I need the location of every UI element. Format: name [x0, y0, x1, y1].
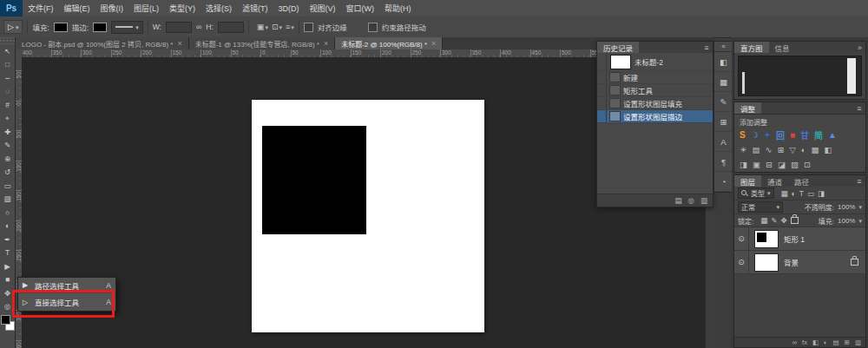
menu-image[interactable]: 图像(I) — [95, 0, 129, 16]
preset-icon-7[interactable]: 简 — [814, 128, 823, 141]
lock-pixels-icon[interactable]: ✎ — [771, 216, 777, 225]
tab-paths[interactable]: 路径 — [788, 175, 815, 187]
photo-filter-icon[interactable]: ◨ — [740, 160, 747, 169]
blur-tool[interactable]: ○ — [0, 206, 15, 220]
history-brush-source-cell[interactable] — [597, 84, 607, 96]
menu-view[interactable]: 视图(V) — [305, 0, 341, 16]
filter-kind-select[interactable]: 类型 — [738, 187, 774, 199]
history-state-set-fill[interactable]: 设置形状图层填充 — [597, 97, 713, 110]
document-canvas[interactable] — [252, 100, 484, 332]
quick-selection-tool[interactable]: ◌ — [0, 85, 15, 99]
link-dimensions-icon[interactable]: ∞ — [196, 23, 201, 31]
menu-help[interactable]: 帮助(H) — [379, 0, 417, 16]
layer-thumbnail[interactable] — [754, 230, 779, 248]
tab-info[interactable]: 信息 — [769, 42, 796, 53]
width-input[interactable] — [166, 22, 192, 33]
history-brush-source-cell[interactable] — [597, 53, 607, 70]
close-icon[interactable]: × — [431, 39, 436, 48]
menu-filter[interactable]: 滤镜(T) — [237, 0, 273, 16]
menu-3d[interactable]: 3D(D) — [273, 0, 305, 16]
panel-menu-icon[interactable] — [853, 175, 865, 187]
height-input[interactable] — [218, 22, 244, 33]
layer-thumbnail[interactable] — [754, 253, 779, 272]
filter-pixel-layers-icon[interactable]: ▦ — [781, 189, 788, 198]
preset-icon-2[interactable]: ☽ — [751, 130, 759, 140]
rectangle-tool[interactable]: ■ — [0, 273, 15, 287]
threshold-icon[interactable]: ⊡ — [804, 160, 811, 169]
lock-position-icon[interactable]: ✥ — [780, 216, 786, 225]
swatches-panel-icon[interactable]: ▦ — [714, 72, 733, 92]
levels-icon[interactable]: ▤ — [753, 145, 760, 154]
stroke-swatch[interactable] — [93, 23, 107, 32]
document-tab-2[interactable]: 未标题-1 @ 133%(佳能专营店, RGB/8) * × — [189, 37, 336, 49]
new-layer-icon[interactable]: ⊞ — [845, 338, 850, 346]
dodge-tool[interactable]: ◐ — [0, 220, 15, 233]
info-panel-icon[interactable]: ◔ — [714, 172, 733, 192]
filter-adjustment-layers-icon[interactable]: ◐ — [792, 189, 796, 198]
layer-group-icon[interactable]: ▤ — [833, 338, 839, 346]
gradient-tool[interactable]: ▨ — [0, 193, 15, 207]
clone-stamp-tool[interactable]: ⊕ — [0, 152, 15, 166]
history-state-rectangle-tool[interactable]: 矩形工具 — [597, 84, 713, 97]
constrain-path-checkbox[interactable] — [368, 23, 378, 32]
layer-row-background[interactable]: 背景 — [734, 251, 865, 274]
expand-panels-icon[interactable] — [714, 42, 733, 52]
foreground-color-swatch[interactable] — [1, 315, 10, 325]
visibility-toggle[interactable] — [734, 251, 749, 273]
curves-icon[interactable]: ∿ — [766, 145, 773, 154]
delete-layer-icon[interactable]: ▥ — [855, 338, 861, 346]
stroke-style-select[interactable] — [111, 21, 143, 34]
layer-name[interactable]: 矩形 1 — [784, 233, 805, 244]
move-tool[interactable]: ↖ — [0, 44, 15, 58]
visibility-toggle[interactable] — [734, 227, 749, 250]
delete-state-icon[interactable]: ▥ — [700, 196, 707, 205]
preset-icon-1[interactable]: S — [740, 130, 746, 140]
history-brush-source-cell[interactable] — [597, 110, 607, 122]
preset-icon-3[interactable]: ✦ — [764, 130, 771, 140]
tab-histogram[interactable]: 直方图 — [734, 42, 769, 53]
menu-window[interactable]: 窗口(W) — [341, 0, 380, 16]
new-snapshot-icon[interactable]: ◎ — [688, 196, 694, 205]
document-tab-1[interactable]: LOGO - 副本.psd @ 100%(图层 2 拷贝, RGB/8) * × — [16, 37, 189, 49]
fill-value[interactable]: 100% — [838, 217, 855, 225]
link-layers-icon[interactable]: ∞ — [792, 338, 797, 346]
history-brush-tool[interactable]: ↺ — [0, 166, 15, 180]
color-lookup-icon[interactable]: ⊟ — [766, 160, 773, 169]
healing-brush-tool[interactable]: ✚ — [0, 125, 15, 139]
filter-type-layers-icon[interactable]: T — [799, 189, 804, 198]
preset-icon-8[interactable]: ▲ — [828, 130, 837, 140]
preset-icon-6[interactable]: 甘 — [800, 128, 809, 141]
invert-icon[interactable]: ◪ — [778, 160, 786, 169]
color-panel-icon[interactable]: ◧ — [714, 52, 733, 72]
path-alignment-icon[interactable]: ⊡ — [272, 23, 282, 31]
layer-mask-icon[interactable]: ◧ — [812, 338, 819, 346]
menu-type[interactable]: 类型(Y) — [164, 0, 201, 16]
close-icon[interactable]: × — [177, 39, 181, 48]
preset-icon-4[interactable]: 回 — [776, 128, 785, 141]
menu-layer[interactable]: 图层(L) — [128, 0, 164, 16]
lasso-tool[interactable]: ∽ — [0, 71, 15, 85]
marquee-tool[interactable]: □ — [0, 58, 15, 72]
tab-history[interactable]: 历史记录 — [597, 42, 639, 53]
path-operations-icon[interactable]: ▣ — [257, 23, 268, 31]
document-tab-3-active[interactable]: 未标题-2 @ 100%(RGB/8) * × — [335, 37, 443, 49]
history-state-set-stroke-selected[interactable]: 设置形状图层描边 — [597, 110, 713, 123]
adjustment-layer-icon[interactable]: ◐ — [824, 338, 828, 346]
new-document-from-state-icon[interactable]: ▤ — [675, 196, 682, 205]
fill-swatch[interactable] — [54, 23, 68, 32]
black-white-icon[interactable]: ◧ — [825, 145, 832, 154]
eraser-tool[interactable]: ▭ — [0, 179, 15, 193]
type-tool[interactable]: T — [0, 246, 15, 260]
toolbar-grip[interactable] — [0, 37, 15, 44]
history-brush-source-cell[interactable] — [597, 97, 607, 109]
panel-menu-icon[interactable] — [853, 102, 865, 114]
history-brush-source-cell[interactable] — [597, 71, 607, 83]
close-icon[interactable]: × — [324, 39, 328, 48]
panel-menu-icon[interactable] — [700, 42, 713, 53]
blend-mode-select[interactable]: 正常 — [738, 201, 783, 213]
pen-tool[interactable]: ✒ — [0, 233, 15, 246]
opacity-value[interactable]: 100% — [838, 203, 855, 211]
layer-row-rectangle-1[interactable]: 矩形 1 — [734, 227, 865, 251]
tab-channels[interactable]: 通道 — [761, 175, 788, 187]
clone-source-panel-icon[interactable]: ⊞ — [714, 112, 733, 132]
